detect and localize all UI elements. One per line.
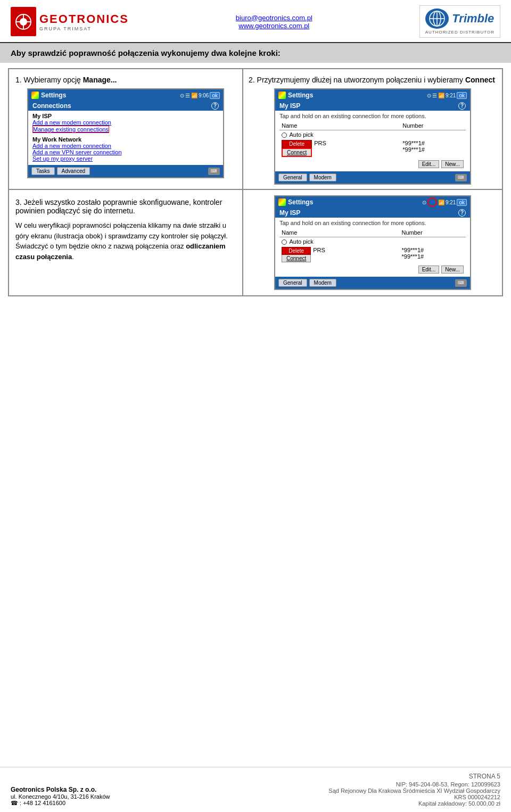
footer-capital: Kapitał zakładowy: 50.000,00 zł xyxy=(328,800,500,807)
wm-time-2: 9:21 xyxy=(446,93,456,98)
geotronics-logo: GEOTRONICS GRUPA TRIMSAT xyxy=(11,7,129,36)
table-row: Delete Connect PRS *99***1# *99* xyxy=(279,246,466,263)
geo-text-block: GEOTRONICS GRUPA TRIMSAT xyxy=(39,12,129,31)
wm-title-text-2: Settings xyxy=(288,92,313,99)
instruction-grid: 1. Wybieramy opcję Manage... Settings ⊙ … xyxy=(8,68,503,296)
grid-row-2: 3. Jeżeli wszystko zostało poprawnie sko… xyxy=(9,190,502,295)
step3-cell: 3. Jeżeli wszystko zostało poprawnie sko… xyxy=(9,190,243,295)
trimble-sub: AUTHORIZED DISTRIBUTOR xyxy=(425,30,494,35)
tab-advanced[interactable]: Advanced xyxy=(57,167,90,175)
footer-nip: NIP: 945-204-08-53, Regon: 120099623 xyxy=(328,781,500,788)
wm-ok-3[interactable]: ok xyxy=(457,199,467,206)
connection-table-3: Name Number Auto pick xyxy=(279,228,466,263)
connect-btn-3[interactable]: Connect xyxy=(282,255,311,262)
step2-cell: 2. Przytrzymujemy dłużej na utworzonym p… xyxy=(243,69,502,189)
wm-screen-2: Settings ⊙ ☰ 📶 9:21 ok My ISP ? xyxy=(274,88,471,185)
footer: Geotronics Polska Sp. z o.o. ul. Koneczn… xyxy=(0,767,511,812)
company-name: Geotronics Polska Sp. z o.o. xyxy=(11,786,110,793)
table-row: Auto pick xyxy=(279,237,466,246)
wm-ok-1[interactable]: ok xyxy=(210,92,220,99)
geo-icon xyxy=(14,12,33,31)
edit-btn-2[interactable]: Edit... xyxy=(418,160,440,168)
keyboard-icon-1[interactable]: ⌨ xyxy=(208,168,220,175)
connect-btn[interactable]: Connect xyxy=(282,148,312,157)
footer-left: Geotronics Polska Sp. z o.o. ul. Koneczn… xyxy=(11,786,110,807)
wm-screen-1: Settings ⊙ ☰ 📶 9:06 ok Connections ? xyxy=(27,88,224,178)
geo-red-box xyxy=(11,7,36,36)
wm-taskbar-1: Tasks Advanced ⌨ xyxy=(28,165,223,177)
step2-label: 2. Przytrzymujemy dłużej na utworzonym p… xyxy=(249,76,497,84)
wm-section-1: Connections ? xyxy=(28,101,223,111)
footer-krs: KRS 0000242212 xyxy=(328,794,500,800)
tab-tasks[interactable]: Tasks xyxy=(31,167,55,175)
footer-right: STRONA 5 NIP: 945-204-08-53, Regon: 1200… xyxy=(328,773,500,807)
wm-help-3: ? xyxy=(458,209,466,217)
new-btn-3[interactable]: New... xyxy=(441,266,464,274)
tab-modem-3[interactable]: Modem xyxy=(309,279,336,287)
wm-help-2: ? xyxy=(458,102,466,110)
trimble-icon xyxy=(425,9,449,29)
edit-new-row-3: Edit... New... xyxy=(279,266,464,274)
col-name-3: Name xyxy=(279,228,400,237)
tab-general-3[interactable]: General xyxy=(278,279,307,287)
wm-status-1: ⊙ ☰ 📶 9:06 ok xyxy=(180,92,220,99)
trimble-logo: Trimble AUTHORIZED DISTRIBUTOR xyxy=(419,5,500,38)
trimble-name: Trimble xyxy=(452,12,494,26)
wm-title-left-2: Settings xyxy=(278,92,313,99)
arrows-highlight: ↻ xyxy=(427,197,437,207)
footer-address: ul. Konecznego 4/10u, 31-216 Kraków xyxy=(11,793,110,800)
tab-modem-2[interactable]: Modem xyxy=(309,173,336,181)
wm-title-left-3: Settings xyxy=(278,198,313,206)
col-number-2: Number xyxy=(400,121,466,130)
manage-existing[interactable]: Manage existing connections xyxy=(32,126,109,133)
wm-titlebar-3: Settings ⊙ ↻ 📶 9:21 ok xyxy=(275,196,470,208)
table-row: Auto pick xyxy=(279,130,466,139)
step3-desc: W celu weryfikacji poprawności połączeni… xyxy=(15,220,236,262)
add-modem-2[interactable]: Add a new modem connection xyxy=(32,143,219,149)
wm-titlebar-2: Settings ⊙ ☰ 📶 9:21 ok xyxy=(275,89,470,101)
header-email[interactable]: biuro@geotronics.com.pl xyxy=(236,14,312,22)
table-row: Delete Connect PRS *99***1# *99* xyxy=(279,139,466,158)
col-name-2: Name xyxy=(279,121,400,130)
col-number-3: Number xyxy=(400,228,466,237)
footer-phone: ☎ : +48 12 4161600 xyxy=(11,800,110,807)
step1-cell: 1. Wybieramy opcję Manage... Settings ⊙ … xyxy=(9,69,243,189)
page-number: STRONA 5 xyxy=(328,773,500,780)
radio-3 xyxy=(282,239,287,245)
wm-body-2: Tap and hold on an existing connection f… xyxy=(275,111,470,169)
step3-screen-cell: Settings ⊙ ↻ 📶 9:21 ok My ISP xyxy=(243,190,502,295)
wm-status-3: ⊙ ↻ 📶 9:21 ok xyxy=(422,197,467,207)
add-vpn[interactable]: Add a new VPN server connection xyxy=(32,149,219,155)
wm-screen-3: Settings ⊙ ↻ 📶 9:21 ok My ISP xyxy=(274,195,471,290)
wm-section-3: My ISP ? xyxy=(275,208,470,218)
new-btn-2[interactable]: New... xyxy=(441,160,464,168)
geo-sub: GRUPA TRIMSAT xyxy=(39,26,129,31)
grid-row-1: 1. Wybieramy opcję Manage... Settings ⊙ … xyxy=(9,69,502,190)
trimble-globe-icon xyxy=(427,10,447,28)
delete-btn-3[interactable]: Delete xyxy=(282,247,311,255)
wm-title-text-3: Settings xyxy=(288,198,313,206)
wm-taskbar-3: General Modem ⌨ xyxy=(275,277,470,289)
wm-title-text-1: Settings xyxy=(41,92,66,99)
my-isp-label: My ISP xyxy=(32,113,219,119)
keyboard-icon-2[interactable]: ⌨ xyxy=(455,174,467,181)
win-icon-3 xyxy=(278,198,286,206)
wm-section-2: My ISP ? xyxy=(275,101,470,111)
keyboard-icon-3[interactable]: ⌨ xyxy=(455,279,467,287)
edit-new-row-2: Edit... New... xyxy=(279,160,464,168)
edit-btn-3[interactable]: Edit... xyxy=(418,266,440,274)
main-heading: Aby sprawdzić poprawność połączenia wyko… xyxy=(0,43,511,63)
tab-general-2[interactable]: General xyxy=(278,173,307,181)
wm-ok-2[interactable]: ok xyxy=(457,92,467,99)
wm-time-1: 9:06 xyxy=(199,93,209,98)
header-website[interactable]: www.geotronics.com.pl xyxy=(236,22,312,30)
wm-taskbar-2: General Modem ⌨ xyxy=(275,171,470,184)
add-modem-1[interactable]: Add a new modem connection xyxy=(32,119,219,126)
set-proxy[interactable]: Set up my proxy server xyxy=(32,155,219,162)
header-links: biuro@geotronics.com.pl www.geotronics.c… xyxy=(236,14,312,30)
wm-desc-2: Tap and hold on an existing connection f… xyxy=(279,113,466,119)
connection-table-2: Name Number Auto pick xyxy=(279,121,466,158)
wm-status-2: ⊙ ☰ 📶 9:21 ok xyxy=(427,92,467,99)
my-work-label: My Work Network xyxy=(32,136,219,143)
delete-btn[interactable]: Delete xyxy=(282,140,312,148)
